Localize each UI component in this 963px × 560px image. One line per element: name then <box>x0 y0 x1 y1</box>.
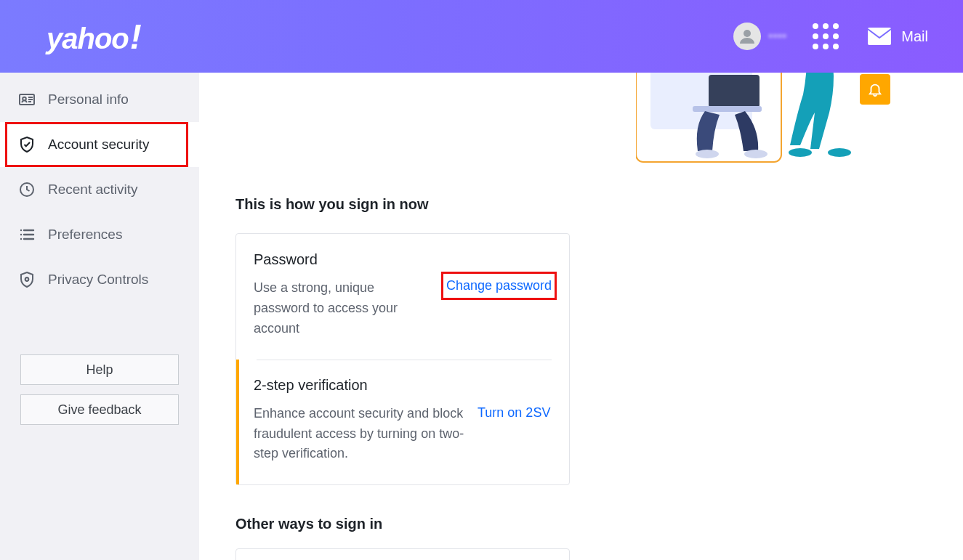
sidebar-item-label: Personal info <box>48 92 129 107</box>
password-desc: Use a strong, unique password to access … <box>254 278 433 339</box>
svg-point-5 <box>20 230 22 231</box>
mail-icon <box>868 28 891 45</box>
sidebar-item-label: Recent activity <box>48 182 138 198</box>
give-feedback-button[interactable]: Give feedback <box>20 394 179 425</box>
app-password-card: App password <box>235 548 570 560</box>
svg-point-16 <box>789 148 812 157</box>
turn-on-2sv-link[interactable]: Turn on 2SV <box>478 404 550 421</box>
sidebar-item-account-security[interactable]: Account security <box>0 122 199 167</box>
mail-label: Mail <box>901 28 928 45</box>
yahoo-logo[interactable]: yahoo! <box>47 17 141 57</box>
sidebar: Personal info Account security Recent ac… <box>0 73 199 560</box>
sidebar-item-label: Account security <box>48 137 149 153</box>
header: yahoo! •••• Mail <box>0 0 963 73</box>
twosv-desc: Enhance account security and block fraud… <box>254 404 464 465</box>
svg-point-13 <box>696 150 719 158</box>
svg-point-14 <box>744 150 767 158</box>
change-password-link[interactable]: Change password <box>446 277 552 293</box>
bell-icon <box>860 74 890 105</box>
help-button[interactable]: Help <box>20 354 179 385</box>
logo-text: yahoo <box>47 23 129 55</box>
mail-link[interactable]: Mail <box>868 28 928 45</box>
hero-illustration <box>636 73 941 231</box>
clock-icon <box>17 181 36 198</box>
sidebar-item-label: Privacy Controls <box>48 272 148 288</box>
svg-rect-12 <box>693 106 762 112</box>
logo-bang: ! <box>129 17 141 57</box>
id-card-icon <box>17 91 36 108</box>
person-icon <box>738 28 756 45</box>
sidebar-item-personal-info[interactable]: Personal info <box>0 77 199 122</box>
sidebar-item-label: Preferences <box>48 227 122 243</box>
list-icon <box>17 226 36 243</box>
user-name[interactable]: •••• <box>768 29 786 44</box>
svg-point-6 <box>20 234 22 235</box>
sidebar-item-preferences[interactable]: Preferences <box>0 212 199 257</box>
svg-point-0 <box>744 30 751 37</box>
signin-card: Password Use a strong, unique password t… <box>235 233 570 485</box>
shield-check-icon <box>17 136 36 153</box>
svg-point-7 <box>20 238 22 240</box>
svg-point-17 <box>828 148 851 157</box>
password-row: Password Use a strong, unique password t… <box>236 234 569 360</box>
twosv-title: 2-step verification <box>254 377 552 394</box>
shield-gear-icon <box>17 271 36 288</box>
avatar[interactable] <box>733 23 761 50</box>
sidebar-item-privacy-controls[interactable]: Privacy Controls <box>0 257 199 302</box>
apps-grid-icon[interactable] <box>813 23 839 49</box>
twosv-row: 2-step verification Enhance account secu… <box>236 360 569 485</box>
other-ways-heading: Other ways to sign in <box>235 516 963 532</box>
svg-rect-11 <box>709 75 759 107</box>
sidebar-item-recent-activity[interactable]: Recent activity <box>0 167 199 212</box>
svg-rect-1 <box>868 28 891 45</box>
svg-point-8 <box>25 277 28 280</box>
password-title: Password <box>254 251 552 268</box>
main-content: This is how you sign in now Password Use… <box>199 73 963 560</box>
